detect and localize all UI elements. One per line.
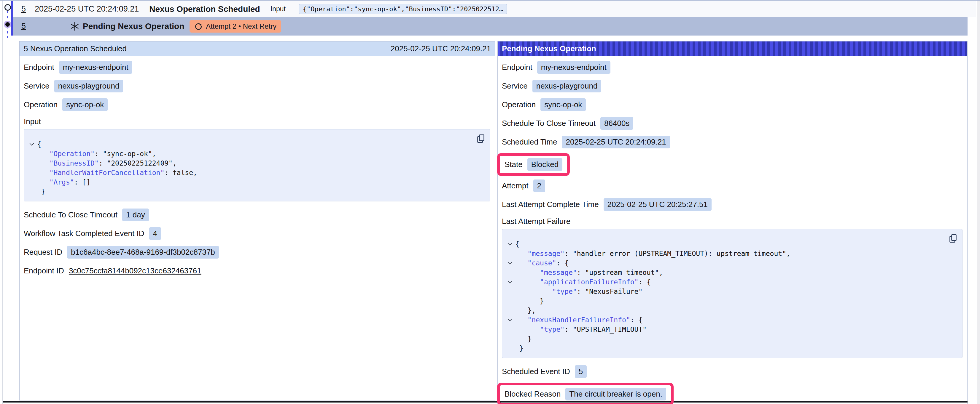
pending-nexus-operation-row[interactable]: 5 Pending Nexus Operation Attempt 2 • Ne… (13, 17, 967, 36)
field-row-endpoint: Endpoint my-nexus-endpoint (502, 61, 963, 74)
field-row-schedule-to-close-timeout: Schedule To Close Timeout 86400s (502, 117, 963, 130)
field-row-operation: Operation sync-op-ok (502, 98, 963, 111)
collapse-gutter (504, 249, 515, 258)
failure-section-label: Last Attempt Failure (502, 217, 963, 226)
json-line: }, (504, 306, 944, 315)
field-value-chip: 2 (533, 179, 545, 192)
json-line: "Args": [] (26, 177, 472, 187)
field-label: State (504, 160, 523, 169)
input-label: Input (270, 5, 286, 13)
event-timestamp: 2025-02-25 UTC 20:24:09.21 (35, 5, 139, 14)
field-label: Workflow Task Completed Event ID (24, 229, 145, 238)
blocked-reason-value-chip: The circuit breaker is open. (565, 388, 666, 401)
field-label: Schedule To Close Timeout (502, 119, 596, 128)
field-label: Blocked Reason (504, 390, 561, 399)
field-value-chip: 1 day (122, 209, 149, 221)
field-value-chip: 86400s (600, 117, 633, 130)
field-label: Endpoint (24, 63, 54, 72)
field-label: Last Attempt Complete Time (502, 200, 599, 209)
state-annotation-box: State Blocked (497, 153, 570, 176)
field-row-attempt: Attempt 2 (502, 179, 963, 192)
field-label: Scheduled Time (502, 138, 557, 147)
json-lines: { "message": "handler error (UPSTREAM_TI… (504, 239, 944, 353)
field-row-service: Service nexus-playground (502, 80, 963, 92)
collapse-gutter (504, 287, 515, 296)
collapse-gutter (504, 306, 515, 315)
json-line: "message": "handler error (UPSTREAM_TIME… (504, 249, 944, 258)
field-value-chip: 5 (575, 365, 587, 378)
json-line: "Operation": "sync-op-ok", (26, 149, 472, 158)
json-line: "type": "UPSTREAM_TIMEOUT" (504, 325, 944, 334)
json-line: } (504, 296, 944, 306)
field-label: Schedule To Close Timeout (24, 210, 118, 219)
collapse-gutter (504, 268, 515, 277)
timeline-filled-dot-icon (5, 22, 10, 27)
copy-icon[interactable] (476, 133, 485, 144)
json-line: "applicationFailureInfo": { (504, 277, 944, 287)
retry-icon (194, 22, 203, 30)
field-value-chip: 2025-02-25 UTC 20:24:09.21 (562, 136, 670, 148)
collapse-gutter[interactable] (504, 315, 515, 325)
json-line: } (504, 334, 944, 344)
field-label: Endpoint (502, 63, 532, 72)
retry-badge-label: Attempt 2 • Next Retry (206, 22, 277, 30)
pending-event-id-link[interactable]: 5 (21, 22, 26, 31)
nexus-asterisk-icon (70, 22, 79, 31)
event-detail-time: 2025-02-25 UTC 20:24:09.21 (391, 44, 491, 53)
field-value-chip: 2025-02-25 UTC 20:25:27.51 (604, 198, 711, 211)
pending-operation-header: Pending Nexus Operation (498, 41, 967, 56)
json-line: "HandlerWaitForCancellation": false, (26, 168, 472, 177)
field-label: Service (24, 81, 49, 90)
input-section-label: Input (24, 117, 491, 126)
event-id-link[interactable]: 5 (21, 5, 26, 14)
bottom-divider (3, 401, 967, 402)
input-preview-chip[interactable]: {"Operation":"sync-op-ok","BusinessID":"… (299, 4, 507, 14)
copy-icon[interactable] (948, 233, 958, 244)
retry-badge: Attempt 2 • Next Retry (189, 20, 281, 33)
json-lines: { "Operation": "sync-op-ok", "BusinessID… (26, 139, 472, 196)
field-row-endpoint: Endpoint my-nexus-endpoint (24, 61, 491, 74)
field-row-workflow-task-completed-event-id: Workflow Task Completed Event ID 4 (24, 227, 491, 240)
panel-left-border (2, 1, 3, 404)
field-row-last-attempt-complete-time: Last Attempt Complete Time 2025-02-25 UT… (502, 198, 963, 211)
json-line: "nexusHandlerFailureInfo": { (504, 315, 944, 325)
field-label: Scheduled Event ID (502, 367, 570, 376)
field-label: Request ID (24, 248, 62, 257)
field-row-schedule-to-close-timeout: Schedule To Close Timeout 1 day (24, 209, 491, 221)
collapse-gutter (504, 325, 515, 334)
field-row-scheduled-time: Scheduled Time 2025-02-25 UTC 20:24:09.2… (502, 136, 963, 148)
blocked-reason-annotation-box: Blocked Reason The circuit breaker is op… (497, 383, 674, 404)
state-value-chip: Blocked (527, 158, 563, 171)
event-row-nexus-operation-scheduled[interactable]: 5 2025-02-25 UTC 20:24:09.21 Nexus Opera… (13, 1, 976, 17)
json-line: { (504, 239, 944, 249)
field-value-chip: my-nexus-endpoint (59, 61, 132, 74)
temporal-event-history-view: 5 2025-02-25 UTC 20:24:09.21 Nexus Opera… (0, 0, 980, 404)
json-line: "BusinessID": "20250225122409", (26, 158, 472, 168)
failure-json-block: { "message": "handler error (UPSTREAM_TI… (502, 229, 963, 358)
field-value-chip: b1c6a4bc-8ee7-468a-9169-df3b02c8737b (67, 246, 219, 258)
collapse-gutter (26, 187, 37, 196)
event-detail-header: 5 Nexus Operation Scheduled 2025-02-25 U… (19, 41, 495, 56)
timeline-open-circle-icon (5, 4, 11, 11)
field-value-chip: nexus-playground (54, 80, 123, 92)
field-value-chip: nexus-playground (532, 80, 601, 92)
collapse-gutter[interactable] (504, 277, 515, 287)
vertical-scrollbar[interactable] (977, 1, 980, 404)
field-row-scheduled-event-id: Scheduled Event ID 5 (502, 365, 963, 378)
collapse-gutter[interactable] (504, 239, 515, 249)
field-row-state: State Blocked (502, 153, 963, 176)
field-label: Operation (502, 100, 536, 109)
collapse-chevron-icon (508, 242, 512, 246)
collapse-gutter[interactable] (26, 139, 37, 149)
field-label: Attempt (502, 181, 528, 190)
collapse-chevron-icon (29, 143, 34, 146)
collapse-chevron-icon (508, 280, 512, 284)
collapse-gutter (26, 177, 37, 187)
input-json-block: { "Operation": "sync-op-ok", "BusinessID… (24, 129, 490, 201)
endpoint-id-link[interactable]: 3c0c75ccfa8144b092c13ce632463761 (69, 266, 201, 276)
json-line: "message": "upstream timeout", (504, 268, 944, 277)
collapse-gutter (26, 149, 37, 158)
field-row-operation: Operation sync-op-ok (24, 98, 491, 111)
collapse-gutter (504, 334, 515, 344)
collapse-gutter[interactable] (504, 258, 515, 268)
